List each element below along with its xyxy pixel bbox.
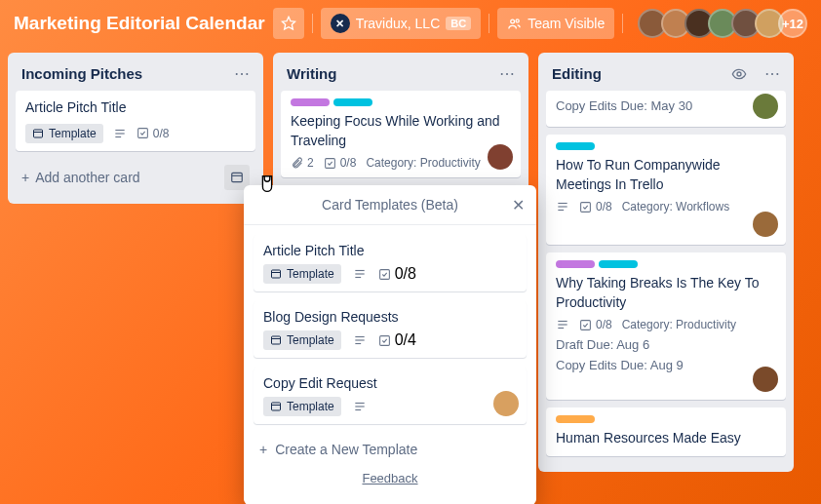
card-labels: [556, 415, 776, 423]
popover-header: Card Templates (Beta) ✕: [244, 185, 536, 225]
list-header: Editing ⋯: [546, 60, 786, 91]
card-badges: 0/8 Category: Productivity: [556, 318, 776, 331]
checklist-icon: [579, 319, 592, 331]
visibility-label: Team Visible: [528, 16, 605, 31]
template-item[interactable]: Copy Edit Request Template: [254, 368, 527, 424]
template-icon: [32, 128, 44, 139]
card-member-avatar[interactable]: [488, 144, 513, 170]
checklist-icon: [378, 334, 391, 347]
card[interactable]: Keeping Focus While Working and Travelin…: [281, 91, 521, 177]
checklist-icon: [579, 201, 592, 213]
close-button[interactable]: ✕: [512, 196, 525, 214]
card-badges: Template 0/8: [25, 124, 246, 143]
avatar-more[interactable]: +12: [778, 9, 807, 38]
feedback-link[interactable]: Feedback: [254, 465, 527, 495]
avatar-stack[interactable]: +12: [644, 9, 807, 38]
description-icon: [353, 267, 367, 281]
plus-icon: +: [21, 170, 29, 185]
template-member-avatar[interactable]: [493, 391, 519, 416]
card-title: Human Resources Made Easy: [556, 429, 776, 448]
checklist-badge: 0/8: [137, 127, 170, 140]
label-teal[interactable]: [556, 142, 595, 150]
checklist-icon: [137, 127, 149, 139]
attachment-icon: [291, 157, 303, 170]
card-member-avatar[interactable]: [753, 212, 778, 237]
label-teal[interactable]: [333, 98, 372, 106]
svg-point-2: [516, 19, 519, 21]
template-badge: Template: [25, 124, 103, 143]
due-text: Copy Edits Due: May 30: [556, 98, 776, 113]
label-purple[interactable]: [556, 260, 595, 268]
label-purple[interactable]: [291, 98, 330, 106]
checklist-badge: 0/8: [579, 200, 612, 213]
svg-rect-20: [581, 321, 591, 330]
svg-rect-21: [272, 270, 281, 278]
card-badges: 2 0/8 Category: Productivity: [291, 156, 511, 170]
svg-rect-8: [137, 129, 147, 138]
svg-point-1: [511, 19, 515, 23]
template-badges: Template 0/4: [263, 330, 517, 350]
template-item[interactable]: Article Pitch Title Template 0/8: [254, 235, 527, 291]
list-menu-button[interactable]: ⋯: [764, 64, 780, 83]
checklist-icon: [324, 157, 336, 170]
watching-icon: [731, 66, 747, 82]
card-labels: [556, 260, 776, 268]
template-item[interactable]: Blog Design Requests Template 0/4: [254, 301, 527, 358]
checklist-badge: 0/8: [324, 156, 357, 170]
template-badge: Template: [263, 397, 341, 416]
svg-marker-0: [282, 17, 294, 29]
draft-due-text: Draft Due: Aug 6: [556, 337, 776, 352]
label-orange[interactable]: [556, 415, 595, 423]
list-writing: Writing ⋯ Keeping Focus While Working an…: [273, 53, 528, 193]
org-button[interactable]: ✕ Travidux, LLC BC: [321, 8, 482, 39]
template-badge: Template: [263, 330, 341, 350]
team-icon: [507, 17, 522, 31]
create-template-button[interactable]: + Create a New Template: [254, 434, 527, 465]
label-teal[interactable]: [599, 260, 638, 268]
svg-rect-3: [34, 130, 43, 137]
checklist-badge: 0/8: [378, 265, 416, 283]
card-labels: [291, 98, 511, 106]
card-title: How To Run Companywide Meetings In Trell…: [556, 156, 776, 194]
card[interactable]: Copy Edits Due: May 30: [546, 91, 786, 127]
org-name: Travidux, LLC: [356, 16, 441, 31]
list-editing: Editing ⋯ Copy Edits Due: May 30 How To …: [538, 53, 794, 472]
list-title[interactable]: Editing: [552, 65, 602, 82]
list-title[interactable]: Incoming Pitches: [21, 65, 142, 82]
svg-rect-11: [325, 158, 334, 168]
description-icon: [556, 318, 569, 331]
divider: [312, 14, 313, 33]
checklist-badge: 0/8: [579, 318, 612, 331]
board-header: Marketing Editorial Calendar ✕ Travidux,…: [0, 0, 821, 47]
divider: [489, 14, 489, 33]
category-text: Category: Workflows: [622, 200, 729, 213]
checklist-icon: [378, 268, 391, 281]
cursor-icon: [256, 174, 278, 195]
template-title: Blog Design Requests: [263, 309, 517, 325]
template-icon: [270, 268, 282, 280]
card-title: Article Pitch Title: [25, 98, 246, 118]
popover-body: Article Pitch Title Template 0/8 Blog De…: [244, 225, 536, 504]
template-icon: [230, 171, 244, 184]
list-menu-button[interactable]: ⋯: [234, 64, 250, 83]
card-templates-popover: Card Templates (Beta) ✕ Article Pitch Ti…: [244, 185, 536, 504]
add-card-button[interactable]: + Add another card: [21, 170, 140, 185]
card[interactable]: Article Pitch Title Template 0/8: [16, 91, 255, 151]
card[interactable]: Why Taking Breaks Is The Key To Producti…: [546, 252, 786, 400]
template-badge: Template: [263, 264, 341, 284]
card[interactable]: How To Run Companywide Meetings In Trell…: [546, 135, 786, 245]
org-icon: ✕: [331, 14, 350, 33]
description-icon: [113, 127, 127, 140]
star-button[interactable]: [273, 8, 304, 39]
visibility-button[interactable]: Team Visible: [497, 8, 614, 39]
template-icon: [270, 401, 282, 412]
description-icon: [353, 333, 367, 347]
card[interactable]: Human Resources Made Easy: [546, 407, 786, 456]
card-member-avatar[interactable]: [753, 94, 778, 119]
list-title[interactable]: Writing: [287, 65, 336, 82]
template-icon: [270, 334, 282, 346]
description-icon: [556, 200, 569, 213]
card-badges: 0/8 Category: Workflows: [556, 200, 776, 213]
add-card-row: + Add another card: [16, 159, 255, 196]
list-menu-button[interactable]: ⋯: [499, 64, 515, 83]
